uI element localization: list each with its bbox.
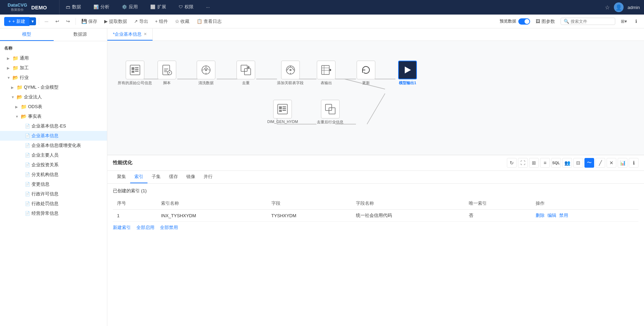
svg-rect-37 [329,108,335,114]
tree-item-factsheet[interactable]: ▼ 📂 事实表 [0,112,107,121]
cross-icon-btn[interactable]: ✕ [607,158,616,168]
tree-item-process[interactable]: ▶ 📁 加工 [0,63,107,73]
node-dim-gen[interactable]: DIM_GEN_HYDM [267,100,298,124]
svg-rect-35 [283,110,286,111]
toolbar: + + 新建 ▾ ··· ↩ ↪ 💾 保存 ▶ 提取数据 ↗ 导出 + 组件 ☆… [0,15,644,28]
nav-extend[interactable]: ⬜ 扩展 [144,0,172,15]
tree-item-admin-license[interactable]: ▶ 📄 行政许可信息 [0,189,107,199]
tree-item-admin-penalty[interactable]: ▶ 📄 行政处罚信息 [0,199,107,209]
extract-data-button[interactable]: ▶ 提取数据 [101,17,130,26]
collect-button[interactable]: ☆ 收藏 [172,17,193,26]
people-icon-btn[interactable]: 👥 [562,158,572,168]
svg-point-24 [205,69,207,71]
grid-icon-btn[interactable]: ⊟ [573,158,583,168]
node-add-field[interactable]: 添加关联表字段 [277,61,304,86]
svg-rect-31 [279,106,282,109]
view-log-button[interactable]: 📋 查看日志 [194,17,224,26]
new-button-arrow[interactable]: ▾ [29,17,36,25]
nav-app[interactable]: ⚙️ 应用 [116,0,144,15]
folder-icon: 📁 [17,85,23,90]
col-field-name: 字段名称 [352,197,465,210]
export-icon: ↗ [134,19,138,24]
info-icon-btn[interactable]: ℹ [629,158,638,168]
disable-link[interactable]: 禁用 [559,213,568,218]
content-tabs: *企业基本信息 ✕ [107,28,644,41]
tab-model[interactable]: 模型 [0,28,54,41]
more-options-button[interactable]: ··· [42,17,51,25]
tree-item-main-personnel[interactable]: ▶ 📄 企业主要人员 [0,150,107,160]
node-dedup-industry[interactable]: 去重后行业信息 [317,100,343,125]
tree-item-general[interactable]: ▶ 📁 通用 [0,53,107,63]
tree-item-branch[interactable]: ▶ 📄 分支机构信息 [0,170,107,179]
nav-data[interactable]: 🗃 数据 [60,0,87,15]
disable-all-link[interactable]: 全部禁用 [160,224,178,231]
delete-link[interactable]: 删除 [536,213,545,218]
new-index-link[interactable]: 新建索引 [113,224,131,231]
line-icon-btn[interactable]: ╱ [596,158,605,168]
tree-item-abnormal[interactable]: ▶ 📄 经营异常信息 [0,209,107,218]
nav-analysis[interactable]: 📊 分析 [87,0,116,15]
node-dedup[interactable]: 去重 [236,61,255,86]
undo-button[interactable]: ↩ [53,17,62,25]
params-button[interactable]: 🖼 图参数 [533,17,558,26]
file-icon: 📄 [25,162,30,167]
tree-item-ods[interactable]: ▶ 📁 ODS表 [0,102,107,112]
tree-item-industry[interactable]: ▼ 📂 行业 [0,73,107,82]
tree-item-qyml[interactable]: ▶ 📁 QYML - 企业模型 [0,82,107,92]
node-update[interactable]: 更新 [357,61,375,86]
nav-permission[interactable]: 🛡 权限 [172,0,200,15]
sql-icon-btn[interactable]: SQL [551,158,561,168]
enable-all-link[interactable]: 全部启用 [136,224,154,231]
edit-link[interactable]: 编辑 [547,213,556,218]
tab-cache[interactable]: 缓存 [165,171,182,183]
new-button[interactable]: + + 新建 [4,17,29,26]
tree-item-cache-change[interactable]: ▶ 📄 企业基本信息缓增变化表 [0,141,107,150]
refresh-icon-btn[interactable]: ↻ [507,158,517,168]
tree-item-investment[interactable]: ▶ 📄 企业投资关系 [0,160,107,170]
info-button[interactable]: ℹ [633,17,640,25]
star-icon[interactable]: ☆ [605,4,610,11]
node-model-output[interactable]: 模型输出1 [398,61,417,86]
tree-item-qyefaren[interactable]: ▼ 📂 企业法人 [0,92,107,102]
index-header: 已创建的索引 (1) [113,188,638,194]
svg-point-28 [289,69,292,71]
node-script[interactable]: 脚本 [158,61,176,86]
tab-parallel[interactable]: 并行 [199,171,217,183]
section-name: 名称 [0,44,107,53]
avatar[interactable]: 👤 [614,2,624,12]
list-icon-btn[interactable]: ≡ [540,158,550,168]
node-output[interactable]: 表输出 [317,61,336,86]
tab-datasource[interactable]: 数据源 [54,28,107,41]
add-component-button[interactable]: + 组件 [152,17,171,26]
tree-item-qyjbxx[interactable]: ▶ 📄 企业基本信息 [0,131,107,141]
search-input[interactable] [571,19,612,24]
tree-item-change[interactable]: ▶ 📄 变更信息 [0,179,107,189]
layout-switch-button[interactable]: ⊞▾ [618,17,630,25]
export-button[interactable]: ↗ 导出 [131,17,151,26]
tab-index[interactable]: 索引 [130,171,147,183]
content-tab-qyjbxx[interactable]: *企业基本信息 ✕ [107,28,153,41]
expand-icon-btn[interactable]: ⛶ [518,158,528,168]
close-tab-icon[interactable]: ✕ [144,32,147,36]
nav-more[interactable]: ··· [200,0,216,15]
chevron-down-icon: ▼ [7,76,11,80]
node-source[interactable]: 所有的原始公司信息 [118,61,152,86]
log-icon: 📋 [197,19,202,24]
tab-mirror[interactable]: 镜像 [182,171,199,183]
sidebar-tree: 名称 ▶ 📁 通用 ▶ 📁 加工 ▼ 📂 行业 ▶ 📁 QYML - 企业模型 [0,41,107,326]
cell-field: TYSHXYDM [267,210,352,222]
new-button-group: + + 新建 ▾ [4,17,36,26]
wave-icon-btn[interactable]: 〜 [584,158,594,168]
table-icon-btn[interactable]: ⊞ [529,158,539,168]
tab-aggregate[interactable]: 聚集 [113,171,130,183]
node-clean[interactable]: 清洗数据 [197,61,215,86]
toolbar-sep-2 [75,18,76,25]
tree-item-qyjbxx-es[interactable]: ▶ 📄 企业基本信息-ES [0,121,107,131]
preview-switch[interactable] [518,18,530,25]
save-button[interactable]: 💾 保存 [79,17,100,26]
col-index-name: 索引名称 [157,197,267,210]
chevron-right-icon: ▶ [7,56,11,60]
chart-icon-btn[interactable]: 📊 [618,158,627,168]
tab-subset[interactable]: 子集 [147,171,165,183]
redo-button[interactable]: ↪ [63,17,73,25]
